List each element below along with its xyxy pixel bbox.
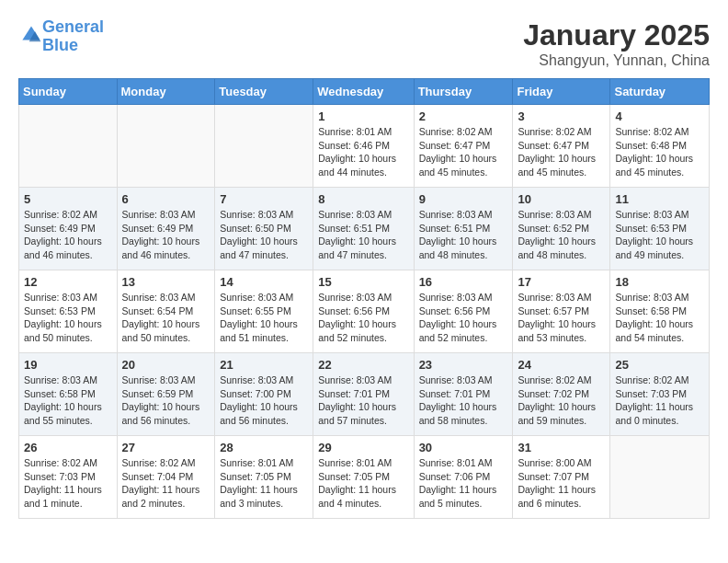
calendar-cell: 11Sunrise: 8:03 AM Sunset: 6:53 PM Dayli… (610, 188, 710, 270)
calendar-title: January 2025 (523, 18, 710, 52)
calendar-cell: 23Sunrise: 8:03 AM Sunset: 7:01 PM Dayli… (414, 353, 513, 436)
day-info: Sunrise: 8:03 AM Sunset: 6:50 PM Dayligh… (220, 208, 308, 262)
day-info: Sunrise: 8:03 AM Sunset: 6:59 PM Dayligh… (122, 373, 210, 428)
weekday-header-sunday: Sunday (19, 79, 118, 105)
calendar-cell: 19Sunrise: 8:03 AM Sunset: 6:58 PM Dayli… (19, 353, 118, 436)
calendar-cell: 27Sunrise: 8:02 AM Sunset: 7:04 PM Dayli… (117, 436, 215, 519)
calendar-cell: 17Sunrise: 8:03 AM Sunset: 6:57 PM Dayli… (513, 270, 610, 353)
calendar-cell: 13Sunrise: 8:03 AM Sunset: 6:54 PM Dayli… (117, 270, 215, 353)
day-number: 14 (220, 275, 308, 289)
calendar-cell: 4Sunrise: 8:02 AM Sunset: 6:48 PM Daylig… (610, 105, 710, 188)
day-info: Sunrise: 8:03 AM Sunset: 6:56 PM Dayligh… (419, 291, 508, 345)
calendar-cell: 10Sunrise: 8:03 AM Sunset: 6:52 PM Dayli… (513, 188, 610, 270)
calendar-cell: 14Sunrise: 8:03 AM Sunset: 6:55 PM Dayli… (215, 270, 313, 353)
day-info: Sunrise: 8:03 AM Sunset: 6:57 PM Dayligh… (518, 291, 605, 345)
calendar-week-row: 26Sunrise: 8:02 AM Sunset: 7:03 PM Dayli… (19, 436, 710, 519)
calendar-week-row: 5Sunrise: 8:02 AM Sunset: 6:49 PM Daylig… (19, 188, 710, 270)
calendar-cell: 16Sunrise: 8:03 AM Sunset: 6:56 PM Dayli… (414, 270, 513, 353)
day-info: Sunrise: 8:03 AM Sunset: 7:00 PM Dayligh… (220, 373, 308, 428)
calendar-cell (610, 436, 710, 519)
day-info: Sunrise: 8:01 AM Sunset: 7:06 PM Dayligh… (419, 456, 508, 511)
calendar-week-row: 1Sunrise: 8:01 AM Sunset: 6:46 PM Daylig… (19, 105, 710, 188)
day-number: 19 (24, 358, 112, 372)
weekday-header-thursday: Thursday (414, 79, 513, 105)
weekday-header-monday: Monday (117, 79, 215, 105)
day-info: Sunrise: 8:03 AM Sunset: 6:53 PM Dayligh… (615, 208, 704, 262)
day-info: Sunrise: 8:02 AM Sunset: 6:49 PM Dayligh… (24, 208, 112, 262)
calendar-cell (117, 105, 215, 188)
day-number: 18 (615, 275, 704, 289)
logo: General Blue (18, 18, 104, 55)
calendar-cell: 22Sunrise: 8:03 AM Sunset: 7:01 PM Dayli… (313, 353, 414, 436)
calendar-cell: 26Sunrise: 8:02 AM Sunset: 7:03 PM Dayli… (19, 436, 118, 519)
day-number: 24 (518, 358, 605, 372)
weekday-header-wednesday: Wednesday (313, 79, 414, 105)
day-number: 3 (518, 109, 605, 123)
weekday-header-saturday: Saturday (610, 79, 710, 105)
day-info: Sunrise: 8:02 AM Sunset: 7:04 PM Dayligh… (122, 456, 210, 511)
day-info: Sunrise: 8:01 AM Sunset: 7:05 PM Dayligh… (220, 456, 308, 511)
day-number: 26 (24, 441, 112, 454)
calendar-cell: 21Sunrise: 8:03 AM Sunset: 7:00 PM Dayli… (215, 353, 313, 436)
day-number: 9 (419, 192, 508, 206)
logo-text: General Blue (42, 18, 104, 55)
day-number: 4 (615, 109, 704, 123)
day-info: Sunrise: 8:02 AM Sunset: 6:47 PM Dayligh… (518, 125, 605, 179)
logo-icon (20, 24, 42, 46)
day-number: 11 (615, 192, 704, 206)
day-number: 13 (122, 275, 210, 289)
day-number: 28 (220, 441, 308, 454)
day-number: 23 (419, 358, 508, 372)
day-number: 30 (419, 441, 508, 454)
calendar-cell: 29Sunrise: 8:01 AM Sunset: 7:05 PM Dayli… (313, 436, 414, 519)
day-info: Sunrise: 8:03 AM Sunset: 6:54 PM Dayligh… (122, 291, 210, 345)
day-number: 5 (24, 192, 112, 206)
day-number: 16 (419, 275, 508, 289)
calendar-cell: 6Sunrise: 8:03 AM Sunset: 6:49 PM Daylig… (117, 188, 215, 270)
day-number: 10 (518, 192, 605, 206)
day-info: Sunrise: 8:03 AM Sunset: 7:01 PM Dayligh… (318, 373, 408, 428)
calendar-cell: 18Sunrise: 8:03 AM Sunset: 6:58 PM Dayli… (610, 270, 710, 353)
day-info: Sunrise: 8:03 AM Sunset: 6:49 PM Dayligh… (122, 208, 210, 262)
day-info: Sunrise: 8:01 AM Sunset: 6:46 PM Dayligh… (318, 125, 408, 179)
day-info: Sunrise: 8:03 AM Sunset: 6:52 PM Dayligh… (518, 208, 605, 262)
day-info: Sunrise: 8:03 AM Sunset: 6:53 PM Dayligh… (24, 291, 112, 345)
day-info: Sunrise: 8:02 AM Sunset: 7:03 PM Dayligh… (615, 373, 704, 428)
day-info: Sunrise: 8:03 AM Sunset: 6:58 PM Dayligh… (615, 291, 704, 345)
calendar-week-row: 12Sunrise: 8:03 AM Sunset: 6:53 PM Dayli… (19, 270, 710, 353)
weekday-header-friday: Friday (513, 79, 610, 105)
calendar-subtitle: Shangyun, Yunnan, China (523, 52, 710, 69)
calendar-week-row: 19Sunrise: 8:03 AM Sunset: 6:58 PM Dayli… (19, 353, 710, 436)
calendar-cell: 3Sunrise: 8:02 AM Sunset: 6:47 PM Daylig… (513, 105, 610, 188)
day-number: 21 (220, 358, 308, 372)
calendar-cell: 28Sunrise: 8:01 AM Sunset: 7:05 PM Dayli… (215, 436, 313, 519)
day-number: 8 (318, 192, 408, 206)
calendar-cell: 8Sunrise: 8:03 AM Sunset: 6:51 PM Daylig… (313, 188, 414, 270)
calendar-cell: 31Sunrise: 8:00 AM Sunset: 7:07 PM Dayli… (513, 436, 610, 519)
calendar-cell: 5Sunrise: 8:02 AM Sunset: 6:49 PM Daylig… (19, 188, 118, 270)
day-info: Sunrise: 8:02 AM Sunset: 6:47 PM Dayligh… (419, 125, 508, 179)
day-info: Sunrise: 8:02 AM Sunset: 7:03 PM Dayligh… (24, 456, 112, 511)
calendar-cell: 12Sunrise: 8:03 AM Sunset: 6:53 PM Dayli… (19, 270, 118, 353)
weekday-header-row: SundayMondayTuesdayWednesdayThursdayFrid… (19, 79, 710, 105)
day-info: Sunrise: 8:03 AM Sunset: 7:01 PM Dayligh… (419, 373, 508, 428)
calendar-cell: 30Sunrise: 8:01 AM Sunset: 7:06 PM Dayli… (414, 436, 513, 519)
day-number: 22 (318, 358, 408, 372)
day-info: Sunrise: 8:01 AM Sunset: 7:05 PM Dayligh… (318, 456, 408, 511)
calendar-cell: 15Sunrise: 8:03 AM Sunset: 6:56 PM Dayli… (313, 270, 414, 353)
day-number: 17 (518, 275, 605, 289)
title-block: January 2025 Shangyun, Yunnan, China (523, 18, 710, 69)
day-number: 31 (518, 441, 605, 454)
day-info: Sunrise: 8:03 AM Sunset: 6:56 PM Dayligh… (318, 291, 408, 345)
day-number: 6 (122, 192, 210, 206)
calendar-cell: 24Sunrise: 8:02 AM Sunset: 7:02 PM Dayli… (513, 353, 610, 436)
day-number: 2 (419, 109, 508, 123)
day-number: 12 (24, 275, 112, 289)
weekday-header-tuesday: Tuesday (215, 79, 313, 105)
day-number: 29 (318, 441, 408, 454)
calendar-cell (19, 105, 118, 188)
day-info: Sunrise: 8:02 AM Sunset: 6:48 PM Dayligh… (615, 125, 704, 179)
day-info: Sunrise: 8:00 AM Sunset: 7:07 PM Dayligh… (518, 456, 605, 511)
calendar-cell: 25Sunrise: 8:02 AM Sunset: 7:03 PM Dayli… (610, 353, 710, 436)
calendar-cell: 7Sunrise: 8:03 AM Sunset: 6:50 PM Daylig… (215, 188, 313, 270)
